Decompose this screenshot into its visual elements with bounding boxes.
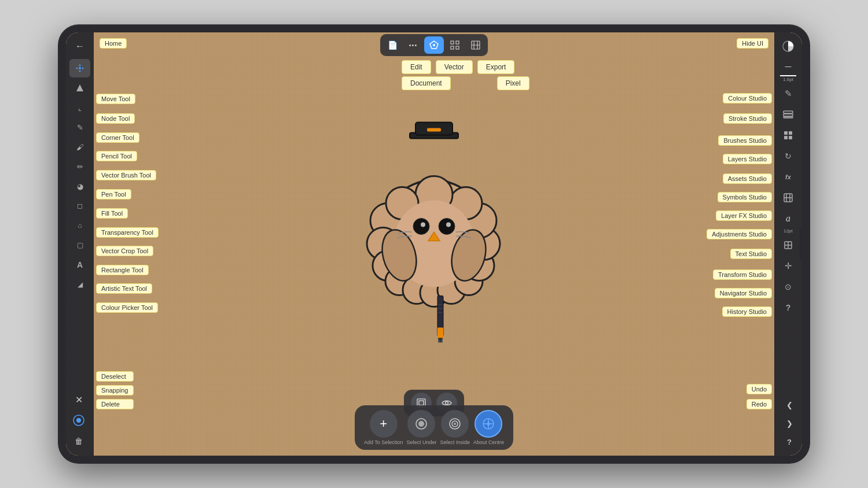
settings-button[interactable]	[466, 36, 486, 54]
vector-mode-button[interactable]	[424, 36, 444, 54]
move-tool-icon[interactable]	[69, 59, 90, 77]
svg-rect-35	[784, 111, 793, 113]
select-inside-item: Select Inside	[440, 410, 470, 445]
bottom-toolbar: + Add To Selection Select Under	[355, 405, 513, 450]
edit-menu-button[interactable]: Edit	[402, 60, 431, 74]
layerfx-studio-icon[interactable]: fx	[778, 168, 799, 186]
grid-button[interactable]	[445, 36, 465, 54]
add-to-selection-item: + Add To Selection	[364, 410, 403, 445]
brushes-studio-icon[interactable]: ✎	[778, 84, 799, 103]
select-inside-label: Select Inside	[440, 439, 470, 445]
svg-rect-27	[437, 328, 443, 339]
svg-rect-62	[419, 401, 424, 405]
symbols-studio-icon[interactable]: ↻	[778, 147, 799, 165]
svg-point-22	[439, 219, 455, 235]
pen-tool-icon[interactable]: ✏	[69, 157, 90, 176]
svg-rect-39	[789, 131, 792, 135]
rectangle-tool-icon[interactable]: ▢	[69, 236, 90, 254]
bottom-right-group: ❮ ❯ ?	[779, 397, 800, 450]
export-menu-button[interactable]: Export	[477, 60, 515, 74]
pixel-menu-button[interactable]: Pixel	[497, 76, 529, 90]
colour-studio-icon[interactable]	[778, 37, 799, 56]
cancel-button[interactable]: ✕	[68, 391, 89, 408]
svg-rect-52	[456, 41, 459, 44]
bottom-left-group: ✕ 🗑	[68, 391, 89, 450]
svg-point-23	[421, 223, 425, 227]
transparency-tool-icon[interactable]: ◻	[69, 197, 90, 215]
history-studio-icon[interactable]: ⊙	[778, 278, 799, 296]
select-under-item: Select Under	[406, 410, 436, 445]
text-studio-icon[interactable]: a	[778, 209, 799, 228]
svg-rect-40	[784, 136, 788, 139]
node-tool-icon[interactable]	[69, 79, 90, 97]
select-under-button[interactable]	[407, 410, 435, 438]
about-centre-button[interactable]	[475, 410, 502, 438]
svg-point-65	[418, 421, 424, 427]
svg-point-50	[433, 44, 435, 46]
svg-rect-51	[451, 41, 454, 44]
svg-rect-38	[784, 131, 788, 135]
right-toolbar: — 1.6pt ✎	[774, 32, 802, 456]
redo-tooltip[interactable]: Redo	[746, 399, 772, 409]
stroke-width-value: 1.6pt	[783, 77, 793, 82]
svg-rect-37	[784, 117, 793, 118]
document-menu-button[interactable]: Document	[402, 76, 451, 90]
undo-button[interactable]: ❮	[779, 397, 800, 413]
stroke-studio-icon[interactable]: —	[780, 58, 796, 76]
doc-icon-button[interactable]: 📄	[382, 36, 402, 54]
svg-marker-33	[76, 84, 83, 91]
layers-studio-icon[interactable]	[778, 105, 799, 124]
back-button[interactable]: ←	[69, 37, 90, 56]
transform-studio-icon[interactable]	[778, 236, 799, 254]
svg-rect-36	[784, 114, 793, 116]
menu-row: Edit Vector Export	[402, 60, 514, 74]
svg-rect-54	[456, 46, 459, 49]
svg-rect-53	[451, 46, 454, 49]
select-inside-button[interactable]	[441, 410, 469, 438]
svg-rect-41	[789, 136, 792, 139]
svg-point-24	[446, 223, 451, 227]
help-icon[interactable]: ?	[778, 298, 799, 317]
deselect-tooltip[interactable]: Deselect	[96, 371, 134, 382]
add-to-selection-button[interactable]: +	[370, 410, 398, 438]
assets-studio-icon[interactable]	[778, 126, 799, 145]
colour-picker-tool-icon[interactable]: ◢	[69, 275, 90, 294]
vector-brush-tool-icon[interactable]: 🖌	[69, 138, 90, 156]
fill-tool-icon[interactable]: ◕	[69, 177, 90, 195]
artistic-text-tool-icon[interactable]: A	[69, 256, 90, 274]
add-to-selection-label: Add To Selection	[364, 439, 403, 445]
redo-button[interactable]: ❯	[779, 415, 800, 431]
undo-tooltip[interactable]: Undo	[746, 384, 772, 394]
about-centre-item: About Centre	[473, 410, 504, 445]
delete-button[interactable]: 🗑	[68, 432, 89, 450]
svg-rect-2	[427, 128, 441, 132]
snapping-tooltip[interactable]: Snapping	[96, 385, 134, 395]
select-under-label: Select Under	[406, 439, 436, 445]
tablet-frame: ← ⌞ ✎ 🖌 ✏ ◕ ◻ ⌂ ▢ A ◢ Move Tool No	[58, 24, 810, 464]
svg-point-63	[446, 402, 448, 405]
delete-tooltip[interactable]: Delete	[96, 399, 134, 409]
artwork	[341, 117, 527, 362]
svg-point-72	[487, 423, 490, 426]
top-toolbar: 📄 •••	[94, 32, 774, 58]
tablet-screen: ← ⌞ ✎ 🖌 ✏ ◕ ◻ ⌂ ▢ A ◢ Move Tool No	[66, 32, 802, 456]
adjustments-studio-icon[interactable]	[778, 188, 799, 207]
corner-tool-icon[interactable]: ⌞	[69, 98, 90, 117]
snapping-button[interactable]	[68, 412, 89, 429]
about-centre-label: About Centre	[473, 439, 504, 445]
vector-crop-tool-icon[interactable]: ⌂	[69, 216, 90, 235]
svg-point-21	[413, 219, 429, 235]
navigator-studio-icon[interactable]: ✛	[778, 257, 799, 275]
more-button[interactable]: •••	[403, 36, 423, 54]
vector-menu-button[interactable]: Vector	[436, 60, 473, 74]
bottom-right-actions: Undo Redo	[746, 384, 772, 409]
pencil-tool-icon[interactable]: ✎	[69, 118, 90, 136]
text-size-value: 12pt	[784, 228, 793, 234]
top-center-tools: 📄 •••	[380, 34, 488, 56]
bottom-left-actions: Deselect Snapping Delete	[96, 371, 134, 409]
sub-menu-row: Document Pixel	[402, 76, 529, 90]
svg-point-68	[454, 423, 456, 425]
svg-point-60	[76, 418, 81, 423]
help-button[interactable]: ?	[779, 434, 800, 450]
